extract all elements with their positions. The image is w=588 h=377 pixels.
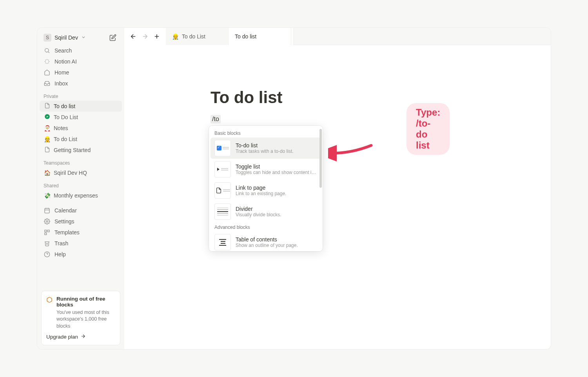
emoji-icon: 👷 [44,136,51,142]
menu-item-desc: Toggles can hide and show content in... [236,170,317,175]
nav-trash[interactable]: Trash [40,238,122,249]
sidebar: S Sqiril Dev Search Notion AI [37,28,124,349]
page-item-hq[interactable]: 🏠 Sqiril Dev HQ [40,167,122,178]
gear-icon [44,218,51,225]
svg-rect-9 [47,230,49,232]
page-item-getting-started[interactable]: Getting Started [40,145,122,156]
app-window: S Sqiril Dev Search Notion AI [37,28,551,349]
inbox-icon [44,80,51,87]
page-item-todo-list-3[interactable]: 👷 To do List [40,134,122,145]
svg-rect-8 [45,230,47,232]
page-icon [44,147,51,154]
menu-item-toggle-list[interactable]: Toggle list Toggles can hide and show co… [211,159,321,180]
slash-menu: Basic blocks To-do list Track tasks with… [209,126,323,251]
nav-label: Home [54,69,69,76]
emoji-icon: 🏠 [44,170,51,176]
nav-settings[interactable]: Settings [40,216,122,227]
nav-label: Trash [54,240,68,246]
upgrade-plan-link[interactable]: Upgrade plan [46,334,115,340]
promo-card: Running out of free blocks You've used m… [41,291,120,346]
nav-templates[interactable]: Templates [40,227,122,238]
emoji-icon: 🎅 [44,125,51,131]
nav-search[interactable]: Search [40,45,122,56]
nav-help[interactable]: Help [40,249,122,260]
section-teamspaces: Teamspaces [40,156,122,167]
nav-inbox[interactable]: Inbox [40,78,122,89]
nav-label: Calendar [54,207,77,214]
main-area: 👷 To do List To do list To do list /to T… [124,28,551,349]
svg-rect-10 [45,233,47,235]
templates-icon [44,229,51,236]
menu-item-divider[interactable]: Divider Visually divide blocks. [211,201,321,222]
menu-item-title: Table of contents [236,236,298,243]
page-label: To do List [54,136,77,142]
promo-title: Running out of free blocks [56,296,115,308]
svg-rect-3 [45,208,49,213]
page-icon [44,103,51,110]
workspace-avatar: S [44,34,51,42]
compose-icon[interactable] [108,33,118,43]
calendar-icon [44,207,51,214]
tab-todo-list-2[interactable]: To do list [229,28,291,45]
section-private: Private [40,89,122,101]
topbar: 👷 To do List To do list [124,28,551,45]
thumb-check-icon [214,140,231,156]
nav-ai[interactable]: Notion AI [40,56,122,67]
menu-item-title: Divider [236,206,281,212]
forward-button[interactable] [140,31,150,42]
page-item-notes[interactable]: 🎅 Notes [40,123,122,134]
thumb-link-icon [214,182,231,199]
svg-point-0 [45,49,49,52]
page-item-expenses[interactable]: 💸 Monthly expenses [40,190,122,201]
page-title[interactable]: To do list [211,88,430,107]
tab-todo-list-1[interactable]: 👷 To do List [166,28,229,45]
tab-label: To do list [235,33,256,40]
page-content: To do list /to Type: /to-do list Basic b… [124,45,551,349]
annotation-callout: Type: /to-do list [407,103,450,155]
new-tab-button[interactable] [152,31,162,42]
workspace-switcher[interactable]: S Sqiril Dev [40,30,122,45]
section-shared: Shared [40,178,122,190]
promo-cta: Upgrade plan [46,334,78,340]
menu-item-toc[interactable]: Table of contents Show an outline of you… [211,232,321,251]
page-label: To do list [54,103,75,109]
chevron-down-icon [81,34,86,41]
help-icon [44,251,51,257]
menu-item-todo-list[interactable]: To-do list Track tasks with a to-do list… [211,138,321,159]
nav-label: Help [54,251,66,257]
thumb-toggle-icon [214,161,231,178]
nav-label: Inbox [54,80,68,87]
page-label: Monthly expenses [54,192,98,199]
svg-line-1 [48,52,49,53]
trash-icon [44,240,51,246]
menu-section-advanced: Advanced blocks [209,222,323,232]
page-item-todo-list[interactable]: To do list [40,101,122,112]
nav-label: Settings [54,218,74,225]
sparkle-icon [44,58,51,65]
menu-item-link-to-page[interactable]: Link to page Link to an existing page. [211,180,321,201]
tab-label: To do List [182,33,205,40]
menu-item-title: To-do list [236,142,294,149]
back-button[interactable] [128,31,138,42]
page-label: Sqiril Dev HQ [54,170,87,176]
search-icon [44,47,51,54]
scrollbar[interactable] [319,129,322,188]
emoji-icon: 💸 [44,192,51,199]
page-label: Notes [54,125,68,131]
menu-item-title: Link to page [236,185,286,191]
page-label: Getting Started [54,147,91,153]
emoji-icon: 👷 [172,33,179,40]
nav-home[interactable]: Home [40,67,122,78]
thumb-divider-icon [214,203,231,220]
nav-label: Templates [54,229,80,236]
check-circle-icon [44,114,51,121]
page-label: To Do List [54,114,78,120]
menu-section-basic: Basic blocks [209,128,323,138]
nav-label: Search [54,47,72,54]
box-icon [46,297,53,304]
nav-label: Notion AI [54,58,77,65]
page-item-todo-list-2[interactable]: To Do List [40,112,122,123]
menu-item-desc: Link to an existing page. [236,191,286,196]
slash-input[interactable]: /to [211,115,221,123]
nav-calendar[interactable]: Calendar [40,205,122,216]
